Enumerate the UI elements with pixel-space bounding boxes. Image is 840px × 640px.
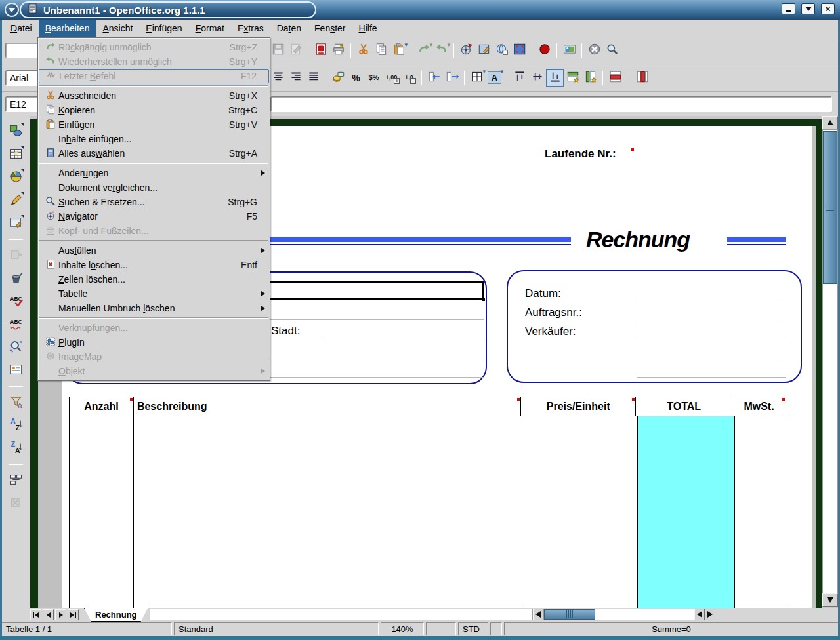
insert-row-button[interactable] bbox=[564, 69, 581, 87]
sum-field[interactable]: Summe=0 bbox=[504, 622, 839, 635]
formula-input-line[interactable] bbox=[270, 96, 832, 112]
menubar-item-daten[interactable]: Daten bbox=[270, 20, 308, 37]
navigator-button[interactable] bbox=[457, 42, 475, 60]
horizontal-scrollbar-track[interactable] bbox=[543, 609, 694, 620]
menu-icon-slot bbox=[43, 365, 58, 377]
menu-item-inhalte-löschen[interactable]: Inhalte löschen...Entf bbox=[39, 258, 269, 272]
menu-item-tabelle[interactable]: Tabelle bbox=[39, 287, 269, 301]
minimize-button[interactable] bbox=[782, 3, 795, 14]
selection-mode-field[interactable]: STD bbox=[458, 622, 488, 635]
zoom-button[interactable] bbox=[511, 42, 528, 60]
align-vcenter-button[interactable] bbox=[528, 69, 546, 87]
menubar-item-fenster[interactable]: Fenster bbox=[308, 20, 352, 37]
hscroll-left2-button[interactable] bbox=[694, 609, 705, 620]
menu-item-ausschneiden[interactable]: AusschneidenStrg+X bbox=[39, 89, 269, 103]
menubar-item-hilfe[interactable]: Hilfe bbox=[352, 20, 384, 37]
align-top-button[interactable] bbox=[511, 69, 528, 87]
hscroll-right-button[interactable] bbox=[705, 609, 715, 620]
record-button[interactable] bbox=[536, 42, 553, 60]
delete-column-button[interactable] bbox=[633, 69, 651, 87]
vertical-scrollbar-thumb[interactable] bbox=[823, 131, 837, 284]
menu-item-änderungen[interactable]: Änderungen bbox=[39, 166, 269, 180]
selection-handle[interactable] bbox=[482, 298, 486, 302]
copy-button[interactable] bbox=[372, 42, 390, 60]
borders-button[interactable]: ▾ bbox=[468, 69, 486, 87]
menu-item-suchen-ersetzen[interactable]: Suchen & Ersetzen...Strg+G bbox=[39, 195, 269, 209]
hscroll-left-button[interactable] bbox=[533, 609, 543, 620]
horizontal-scrollbar-thumb[interactable] bbox=[544, 609, 595, 620]
hyperlink-button[interactable] bbox=[493, 42, 511, 60]
window-menu-button[interactable] bbox=[5, 3, 19, 17]
last-sheet-button[interactable] bbox=[68, 609, 79, 620]
align-center-button[interactable] bbox=[269, 69, 287, 87]
delete-decimal-button[interactable]: +,0− bbox=[400, 69, 418, 87]
close-button[interactable]: ✕ bbox=[821, 3, 835, 14]
sort-ascending-button[interactable]: AZ bbox=[7, 416, 25, 435]
insert-object-button[interactable] bbox=[7, 169, 25, 187]
print-button[interactable] bbox=[329, 42, 347, 60]
delete-row-button[interactable] bbox=[606, 69, 624, 87]
insert-column-button[interactable] bbox=[581, 69, 599, 87]
export-pdf-button[interactable] bbox=[312, 42, 329, 60]
background-color-button[interactable]: A▾ bbox=[486, 69, 503, 87]
menu-item-manuellen-umbruch-löschen[interactable]: Manuellen Umbruch löschen bbox=[39, 301, 269, 315]
align-bottom-button[interactable] bbox=[546, 69, 564, 87]
find-replace-button[interactable] bbox=[7, 338, 25, 357]
decrease-indent-button[interactable] bbox=[425, 69, 443, 87]
format-standard-button[interactable]: $% bbox=[365, 69, 383, 87]
auto-spellcheck-button[interactable]: ABC bbox=[7, 315, 25, 334]
autofilter-button[interactable] bbox=[7, 393, 25, 412]
menu-item-plugin[interactable]: PlugIn bbox=[39, 335, 269, 350]
menu-item-ausfüllen[interactable]: Ausfüllen bbox=[39, 243, 269, 258]
increase-indent-button[interactable] bbox=[443, 69, 461, 87]
next-sheet-button[interactable] bbox=[55, 609, 66, 620]
menubar-item-bearbeiten[interactable]: Bearbeiten bbox=[39, 20, 96, 37]
menubar-item-format[interactable]: Format bbox=[189, 20, 231, 37]
menu-item-dokument-vergleichen[interactable]: Dokument vergleichen... bbox=[39, 180, 269, 195]
draw-functions-button[interactable] bbox=[7, 191, 25, 210]
search-button[interactable] bbox=[603, 42, 621, 60]
previous-sheet-button[interactable] bbox=[43, 609, 54, 620]
menubar-item-einfügen[interactable]: Einfügen bbox=[139, 20, 188, 37]
data-sources-button[interactable] bbox=[7, 361, 25, 380]
menu-item-alles-auswählen[interactable]: Alles auswählenStrg+A bbox=[39, 146, 269, 161]
menu-item-inhalte-einfügen[interactable]: Inhalte einfügen... bbox=[39, 132, 269, 146]
menu-separator bbox=[39, 85, 268, 87]
stop-loading-button[interactable] bbox=[585, 42, 603, 60]
form-functions-button[interactable] bbox=[7, 214, 25, 233]
format-percent-button[interactable]: % bbox=[347, 69, 365, 87]
page-style-field[interactable]: Standard bbox=[174, 622, 379, 635]
watering-can-button[interactable] bbox=[7, 270, 25, 288]
format-currency-button[interactable] bbox=[329, 69, 347, 87]
menubar-item-ansicht[interactable]: Ansicht bbox=[96, 20, 139, 37]
stylist-button[interactable] bbox=[475, 42, 493, 60]
menubar-item-extras[interactable]: Extras bbox=[231, 20, 270, 37]
titlebar[interactable]: Unbenannt1 - OpenOffice.org 1.1.1 ✕ bbox=[0, 0, 840, 20]
submenu-arrow-icon bbox=[261, 170, 265, 176]
undo-button[interactable]: ▾ bbox=[415, 42, 432, 60]
menu-item-einfügen[interactable]: EinfügenStrg+V bbox=[39, 117, 269, 132]
first-sheet-button[interactable] bbox=[30, 609, 41, 620]
shade-button[interactable] bbox=[801, 3, 815, 14]
sheet-position-field[interactable]: Tabelle 1 / 1 bbox=[1, 622, 172, 635]
menu-item-kopieren[interactable]: KopierenStrg+C bbox=[39, 103, 269, 117]
sort-descending-button[interactable]: ZA bbox=[7, 439, 25, 458]
paste-button[interactable]: ▾ bbox=[390, 42, 408, 60]
redo-button[interactable]: ▾ bbox=[432, 42, 450, 60]
menu-item-zellen-löschen[interactable]: Zellen löschen... bbox=[39, 272, 269, 287]
align-right-button[interactable] bbox=[287, 69, 304, 87]
zoom-field[interactable]: 140% bbox=[381, 622, 424, 635]
spellcheck-button[interactable]: ABC bbox=[7, 292, 25, 311]
gallery-button[interactable] bbox=[560, 42, 578, 60]
sheet-tab-rechnung[interactable]: Rechnung bbox=[84, 608, 148, 622]
cut-button[interactable] bbox=[354, 42, 372, 60]
menubar-item-datei[interactable]: Datei bbox=[4, 20, 39, 37]
insert-button[interactable] bbox=[7, 123, 25, 141]
add-decimal-button[interactable]: +,00+ bbox=[383, 69, 400, 87]
align-justify-button[interactable] bbox=[304, 69, 322, 87]
scroll-up-button[interactable] bbox=[822, 116, 838, 129]
group-button[interactable] bbox=[7, 471, 25, 490]
scroll-down-button[interactable] bbox=[822, 593, 838, 607]
insert-cells-button[interactable] bbox=[7, 146, 25, 164]
menu-item-navigator[interactable]: NavigatorF5 bbox=[39, 209, 269, 224]
